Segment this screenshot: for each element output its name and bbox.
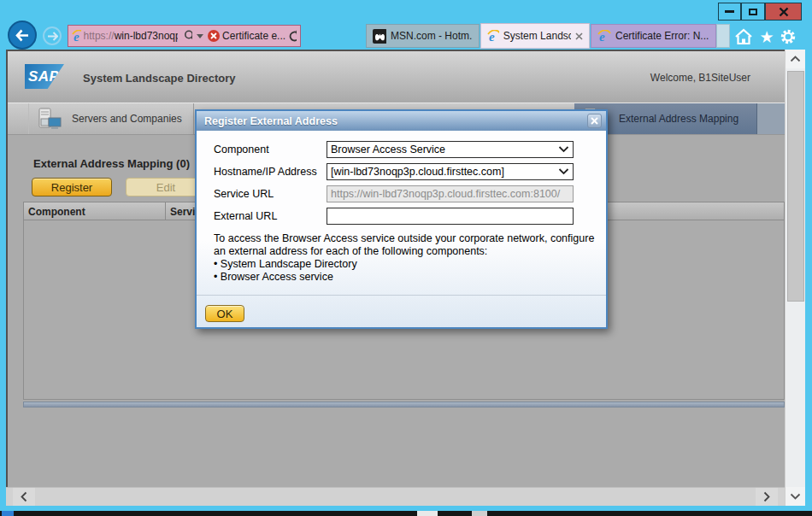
star-icon: ★ bbox=[759, 29, 774, 45]
close-icon bbox=[779, 7, 789, 17]
ie-icon: e bbox=[72, 30, 81, 43]
scroll-left-button[interactable] bbox=[13, 488, 35, 506]
back-arrow-icon bbox=[15, 29, 30, 42]
forward-button[interactable] bbox=[43, 26, 62, 45]
tools-button[interactable] bbox=[778, 26, 798, 47]
certificate-error-icon bbox=[208, 30, 220, 42]
column-header-component[interactable]: Component bbox=[28, 206, 85, 218]
taskbar-sliver bbox=[0, 511, 812, 516]
address-dropdown-icon[interactable] bbox=[197, 34, 203, 38]
browser-window: e https://win-lbd73noqp3p:30010/ Certifi… bbox=[0, 0, 812, 516]
horizontal-splitter[interactable] bbox=[23, 402, 785, 408]
dialog-description: To access the Browser Access service out… bbox=[214, 232, 600, 284]
home-button[interactable] bbox=[733, 26, 754, 47]
chevron-down-icon bbox=[558, 146, 569, 153]
service-url-field: https://win-lbd73noqp3p.cloud.firsttec.c… bbox=[327, 185, 574, 202]
external-url-label: External URL bbox=[214, 210, 277, 222]
column-divider[interactable] bbox=[165, 202, 166, 220]
browser-tab-label: System Landsc... bbox=[503, 30, 571, 42]
home-icon bbox=[734, 28, 753, 45]
horizontal-scrollbar[interactable] bbox=[6, 487, 785, 506]
scroll-down-button[interactable] bbox=[786, 487, 805, 506]
taskbar-item[interactable] bbox=[472, 511, 487, 516]
register-external-address-dialog: Register External Address Component Brow… bbox=[195, 109, 608, 329]
bullet-bas: • Browser Access service bbox=[214, 271, 600, 284]
window-minimize-button[interactable] bbox=[718, 3, 741, 21]
ie-icon: e bbox=[597, 30, 611, 43]
dialog-titlebar[interactable]: Register External Address bbox=[197, 111, 606, 131]
maximize-icon bbox=[749, 9, 757, 15]
tabbar-filler bbox=[757, 103, 785, 134]
gear-icon bbox=[780, 28, 797, 45]
certificate-error-button[interactable]: Certificate e... bbox=[222, 30, 285, 42]
taskbar-icon[interactable] bbox=[2, 511, 14, 516]
forward-arrow-icon bbox=[47, 32, 58, 41]
dialog-close-button[interactable] bbox=[587, 114, 602, 128]
search-icon[interactable] bbox=[183, 29, 192, 43]
taskbar-item[interactable] bbox=[417, 511, 438, 516]
service-url-label: Service URL bbox=[214, 188, 274, 200]
browser-tab-system-landscape[interactable]: e System Landsc... bbox=[480, 23, 590, 49]
vertical-scrollbar[interactable] bbox=[785, 50, 805, 506]
description-text: To access the Browser Access service out… bbox=[214, 232, 600, 258]
edit-button[interactable]: Edit bbox=[126, 178, 206, 196]
dialog-separator bbox=[197, 295, 606, 296]
sld-header: SAP System Landscape Directory Welcome, … bbox=[8, 51, 785, 103]
browser-tab-label: Certificate Error: N... bbox=[615, 30, 709, 42]
app-title: System Landscape Directory bbox=[83, 72, 235, 85]
window-close-button[interactable] bbox=[765, 3, 802, 21]
chevron-right-icon bbox=[763, 491, 770, 502]
refresh-icon[interactable] bbox=[288, 30, 297, 43]
scroll-up-button[interactable] bbox=[786, 50, 805, 68]
new-tab-stub[interactable] bbox=[716, 24, 730, 48]
browser-tab-label: MSN.com - Hotm... bbox=[391, 30, 473, 42]
welcome-text: Welcome, B1SiteUser bbox=[650, 72, 750, 84]
url-text: https://win-lbd73noqp3p:30010/ bbox=[84, 30, 179, 42]
msn-butterfly-icon bbox=[373, 29, 386, 44]
browser-tab-certificate-error[interactable]: e Certificate Error: N... bbox=[591, 24, 716, 48]
window-maximize-button[interactable] bbox=[741, 3, 765, 21]
favorites-button[interactable]: ★ bbox=[756, 26, 777, 47]
vertical-scroll-thumb[interactable] bbox=[787, 71, 804, 302]
back-button[interactable] bbox=[8, 21, 37, 50]
hostname-select[interactable]: [win-lbd73noqp3p.cloud.firsttec.com] bbox=[327, 163, 574, 180]
server-computer-icon bbox=[38, 108, 63, 131]
close-icon bbox=[591, 117, 598, 125]
tab-servers-and-companies[interactable]: Servers and Companies bbox=[28, 103, 194, 134]
tab-label: Servers and Companies bbox=[72, 113, 182, 125]
web-page: SAP System Landscape Directory Welcome, … bbox=[6, 50, 805, 506]
ie-icon: e bbox=[487, 30, 499, 43]
panel-title: External Address Mapping (0) bbox=[33, 157, 190, 170]
tab-close-icon[interactable] bbox=[575, 32, 583, 40]
chevron-down-icon bbox=[790, 493, 801, 500]
hostname-label: Hostname/IP Address bbox=[214, 166, 317, 178]
sap-logo: SAP bbox=[25, 64, 64, 89]
scroll-right-button[interactable] bbox=[756, 488, 778, 506]
tab-label: External Address Mapping bbox=[619, 113, 738, 125]
dialog-title: Register External Address bbox=[204, 115, 338, 127]
address-bar[interactable]: e https://win-lbd73noqp3p:30010/ Certifi… bbox=[68, 25, 301, 47]
chevron-left-icon bbox=[21, 491, 27, 502]
chevron-down-icon bbox=[558, 168, 569, 175]
component-label: Component bbox=[214, 144, 269, 155]
register-button[interactable]: Register bbox=[32, 178, 112, 196]
minimize-icon bbox=[725, 10, 734, 13]
external-url-input[interactable] bbox=[327, 208, 574, 225]
component-select[interactable]: Browser Access Service bbox=[327, 141, 574, 158]
ok-button[interactable]: OK bbox=[205, 305, 244, 322]
bullet-sld: • System Landscape Directory bbox=[214, 258, 600, 271]
browser-tab-msn[interactable]: MSN.com - Hotm... bbox=[366, 24, 480, 48]
chevron-up-icon bbox=[790, 56, 801, 62]
